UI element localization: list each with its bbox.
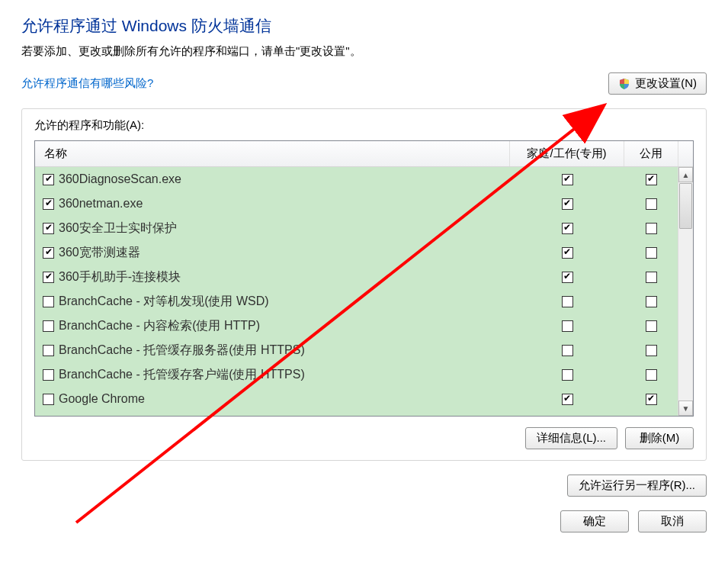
table-row[interactable]: 360netman.exe — [35, 191, 678, 216]
row-checkbox[interactable] — [43, 345, 54, 356]
row-label: BranchCache - 对等机发现(使用 WSD) — [59, 294, 269, 310]
home-checkbox[interactable] — [562, 320, 573, 332]
row-checkbox[interactable] — [43, 272, 54, 283]
public-checkbox[interactable] — [646, 394, 657, 405]
public-checkbox[interactable] — [646, 174, 657, 185]
row-label: 360DiagnoseScan.exe — [59, 172, 181, 186]
row-checkbox[interactable] — [43, 296, 54, 307]
column-header-scroll — [678, 141, 693, 166]
public-checkbox[interactable] — [646, 345, 657, 356]
table-row[interactable]: BranchCache - 托管缓存服务器(使用 HTTPS) — [35, 338, 678, 362]
row-checkbox[interactable] — [43, 369, 54, 381]
home-checkbox[interactable] — [562, 369, 573, 381]
shield-icon — [618, 78, 630, 90]
programs-listview[interactable]: 名称 家庭/工作(专用) 公用 360DiagnoseScan.exe360ne… — [34, 140, 694, 417]
table-row[interactable]: BranchCache - 托管缓存客户端(使用 HTTPS) — [35, 362, 678, 387]
allowed-programs-group: 允许的程序和功能(A): 名称 家庭/工作(专用) 公用 360Diagnose… — [21, 108, 707, 461]
scroll-thumb[interactable] — [679, 183, 692, 229]
home-checkbox[interactable] — [562, 394, 573, 405]
public-checkbox[interactable] — [646, 247, 657, 259]
row-label: 360netman.exe — [59, 197, 143, 211]
table-row[interactable]: 360宽带测速器 — [35, 240, 678, 265]
scroll-track[interactable] — [678, 230, 693, 401]
home-checkbox[interactable] — [562, 223, 573, 234]
table-row[interactable]: BranchCache - 内容检索(使用 HTTP) — [35, 314, 678, 338]
column-header-home[interactable]: 家庭/工作(专用) — [510, 141, 624, 166]
page-subtitle: 若要添加、更改或删除所有允许的程序和端口，请单击"更改设置"。 — [21, 44, 707, 59]
table-row[interactable]: Google Chrome — [35, 387, 678, 411]
allow-another-program-button[interactable]: 允许运行另一程序(R)... — [567, 475, 707, 497]
home-checkbox[interactable] — [562, 174, 573, 185]
row-checkbox[interactable] — [43, 320, 54, 332]
table-row[interactable]: 360DiagnoseScan.exe — [35, 167, 678, 191]
table-row[interactable]: HP 设备安装 (HP ENVY 5660 series) — [35, 411, 678, 416]
details-button[interactable]: 详细信息(L)... — [525, 427, 617, 449]
row-label: BranchCache - 托管缓存服务器(使用 HTTPS) — [59, 343, 305, 359]
public-checkbox[interactable] — [646, 369, 657, 381]
public-checkbox[interactable] — [646, 320, 657, 332]
home-checkbox[interactable] — [562, 345, 573, 356]
row-label: BranchCache - 托管缓存客户端(使用 HTTPS) — [59, 367, 305, 383]
row-label: BranchCache - 内容检索(使用 HTTP) — [59, 318, 260, 334]
table-row[interactable]: BranchCache - 对等机发现(使用 WSD) — [35, 289, 678, 314]
row-label: HP 设备安装 (HP ENVY 5660 series) — [59, 416, 258, 417]
remove-button[interactable]: 删除(M) — [625, 427, 694, 449]
table-row[interactable]: 360手机助手-连接模块 — [35, 265, 678, 289]
page-title: 允许程序通过 Windows 防火墙通信 — [21, 15, 707, 37]
row-checkbox[interactable] — [43, 174, 54, 185]
row-label: 360宽带测速器 — [59, 245, 140, 261]
home-checkbox[interactable] — [562, 272, 573, 283]
public-checkbox[interactable] — [646, 223, 657, 234]
home-checkbox[interactable] — [562, 198, 573, 210]
group-label: 允许的程序和功能(A): — [34, 118, 694, 133]
row-checkbox[interactable] — [43, 394, 54, 405]
vertical-scrollbar[interactable]: ▲ ▼ — [678, 167, 693, 416]
row-checkbox[interactable] — [43, 247, 54, 259]
row-checkbox[interactable] — [43, 198, 54, 210]
row-label: Google Chrome — [59, 392, 145, 406]
column-header-name[interactable]: 名称 — [35, 141, 510, 166]
row-checkbox[interactable] — [43, 223, 54, 234]
change-settings-label: 更改设置(N) — [635, 76, 697, 91]
public-checkbox[interactable] — [646, 296, 657, 307]
home-checkbox[interactable] — [562, 247, 573, 259]
public-checkbox[interactable] — [646, 198, 657, 210]
table-row[interactable]: 360安全卫士实时保护 — [35, 216, 678, 240]
column-header-public[interactable]: 公用 — [624, 141, 678, 166]
scroll-up-button[interactable]: ▲ — [678, 167, 693, 182]
public-checkbox[interactable] — [646, 272, 657, 283]
list-header: 名称 家庭/工作(专用) 公用 — [35, 141, 693, 167]
scroll-down-button[interactable]: ▼ — [678, 401, 693, 416]
risk-link[interactable]: 允许程序通信有哪些风险? — [21, 76, 153, 91]
row-label: 360安全卫士实时保护 — [59, 220, 177, 236]
ok-button[interactable]: 确定 — [560, 510, 629, 532]
home-checkbox[interactable] — [562, 296, 573, 307]
change-settings-button[interactable]: 更改设置(N) — [608, 72, 707, 95]
cancel-button[interactable]: 取消 — [638, 510, 707, 532]
row-label: 360手机助手-连接模块 — [59, 269, 181, 285]
